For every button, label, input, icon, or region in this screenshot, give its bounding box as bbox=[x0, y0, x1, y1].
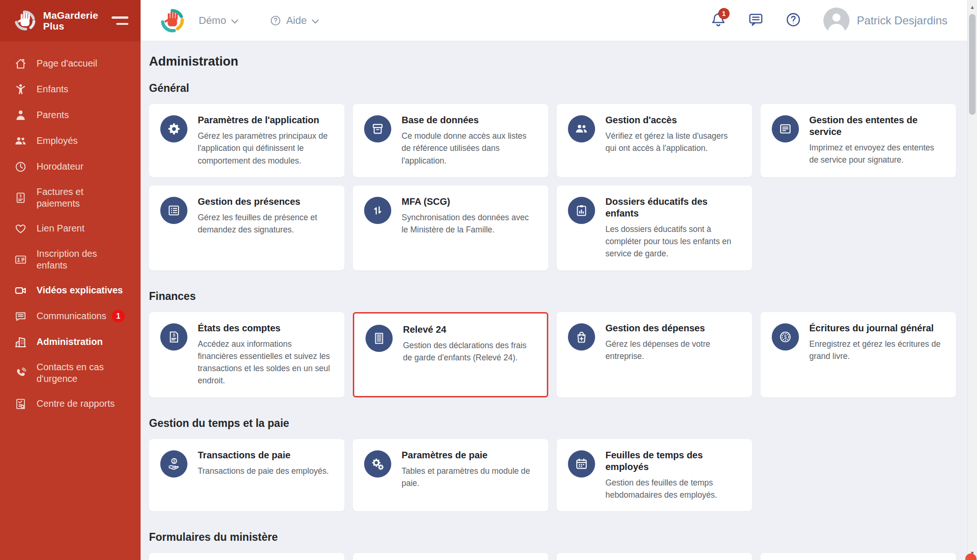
aide-dropdown[interactable]: Aide bbox=[269, 15, 319, 27]
sidebar-item-page-d-accueil[interactable]: Page d'accueil bbox=[0, 51, 141, 76]
menu-toggle-icon[interactable] bbox=[111, 14, 129, 28]
card-etats-des-comptes[interactable]: $États des comptesAccédez aux informatio… bbox=[149, 312, 344, 397]
card-description: Gestion des déclarations des frais de ga… bbox=[403, 339, 536, 364]
sidebar-item-horodateur[interactable]: Horodateur bbox=[0, 154, 141, 179]
calendar-icon bbox=[568, 450, 595, 478]
card-title: Feuilles de temps des employés bbox=[605, 449, 741, 473]
card-insectifuge[interactable]: InsectifugeProtocole pour l'application … bbox=[761, 553, 956, 560]
brand-line2: Plus bbox=[43, 21, 98, 31]
sidebar-item-label: Communications bbox=[37, 310, 106, 322]
card-cremes-solaires-sans-paba[interactable]: Crèmes solaires sans PABAProtocole non r… bbox=[557, 553, 752, 560]
card-description: Les dossiers éducatifs sont à compléter … bbox=[605, 223, 741, 260]
card-gestion-d-acces[interactable]: Gestion d'accèsVérifiez et gérez la list… bbox=[557, 104, 752, 177]
svg-text:$: $ bbox=[173, 333, 176, 337]
card-gestion-des-presences[interactable]: Gestion des présencesGérez les feuilles … bbox=[149, 186, 344, 270]
card-description: Gérez les dépenses de votre entreprise. bbox=[605, 338, 741, 363]
sidebar-item-administration[interactable]: Administration bbox=[0, 329, 141, 355]
messages-button[interactable] bbox=[746, 11, 765, 30]
main-content: Administration GénéralParamètres de l'ap… bbox=[141, 41, 967, 560]
sections-container: GénéralParamètres de l'applicationGérez … bbox=[149, 82, 956, 560]
sidebar-item-label: Parents bbox=[37, 109, 69, 121]
svg-text:$: $ bbox=[20, 193, 22, 198]
sidebar-item-lien-parent[interactable]: Lien Parent bbox=[0, 216, 141, 241]
card-description: Gérez les feuilles de présence et demand… bbox=[198, 211, 333, 236]
document-icon bbox=[772, 115, 799, 142]
sidebar-item-label: Contacts en cas d'urgence bbox=[37, 361, 126, 385]
scroll-up-arrow[interactable]: ▲ bbox=[968, 1, 977, 13]
card-body: Gestion des dépensesGérez les dépenses d… bbox=[605, 322, 741, 363]
question-circle-icon bbox=[785, 11, 802, 28]
sidebar-item-label: Page d'accueil bbox=[37, 58, 97, 69]
avatar[interactable] bbox=[823, 7, 850, 34]
card-creme-d-oxyde-de-zinc[interactable]: Crème d'oxyde de zincProtocole non régle… bbox=[353, 553, 548, 560]
sidebar-item-centre-de-rapports[interactable]: Centre de rapports bbox=[0, 391, 141, 417]
help-button[interactable] bbox=[784, 11, 803, 30]
card-ecritures-du-journal-general[interactable]: $Écritures du journal généralEnregistrez… bbox=[761, 312, 956, 397]
card-dossiers-educatifs-des-enfants[interactable]: Dossiers éducatifs des enfantsLes dossie… bbox=[557, 186, 752, 270]
card-mfa-scg[interactable]: MFA (SCG)Synchronisation des données ave… bbox=[353, 186, 548, 270]
chat-icon bbox=[14, 310, 27, 323]
brand-line1: MaGarderie bbox=[43, 10, 98, 21]
id-card-icon bbox=[14, 253, 27, 266]
sidebar-item-contacts-en-cas-d-urgence[interactable]: Contacts en cas d'urgence bbox=[0, 355, 141, 391]
card-description: Accédez aux informations financières ess… bbox=[198, 338, 333, 387]
card-acetaminophene[interactable]: AcétaminophèneProtocole pour l'administr… bbox=[149, 553, 344, 560]
card-feuilles-de-temps-des-employes[interactable]: Feuilles de temps des employésGestion de… bbox=[557, 439, 752, 512]
scrollbar[interactable]: ▲ ▼ bbox=[967, 0, 977, 560]
scrollbar-thumb[interactable] bbox=[969, 14, 976, 115]
sidebar-item-employes[interactable]: Employés bbox=[0, 128, 141, 154]
section-title: Formulaires du ministère bbox=[149, 531, 956, 544]
sync-icon bbox=[364, 197, 391, 224]
section-title: Gestion du temps et la paie bbox=[149, 417, 956, 430]
card-description: Imprimez et envoyez des ententes de serv… bbox=[809, 142, 945, 166]
brand-hand-logo-icon bbox=[12, 8, 37, 33]
card-body: MFA (SCG)Synchronisation des données ave… bbox=[402, 196, 537, 236]
checklist-icon bbox=[160, 197, 187, 224]
card-gestion-des-ententes-de-service[interactable]: Gestion des ententes de serviceImprimez … bbox=[761, 104, 956, 177]
card-gestion-des-depenses[interactable]: Gestion des dépensesGérez les dépenses d… bbox=[557, 312, 752, 397]
chat-icon bbox=[747, 11, 764, 28]
sidebar-item-videos-explicatives[interactable]: Vidéos explicatives bbox=[0, 277, 141, 303]
card-body: Feuilles de temps des employésGestion de… bbox=[605, 449, 741, 501]
demo-dropdown[interactable]: Démo bbox=[199, 15, 239, 27]
card-title: Relevé 24 bbox=[403, 324, 536, 336]
sidebar-item-parents[interactable]: Parents bbox=[0, 102, 141, 128]
section-gestion-du-temps-et-la-paie: Gestion du temps et la paie$Transactions… bbox=[149, 417, 956, 512]
cards-grid: $Transactions de paieTransactions de pai… bbox=[149, 439, 956, 512]
card-title: Paramètres de paie bbox=[402, 449, 537, 461]
card-parametres-de-l-application[interactable]: Paramètres de l'applicationGérez les par… bbox=[149, 104, 344, 177]
cards-grid: AcétaminophèneProtocole pour l'administr… bbox=[149, 553, 956, 560]
card-body: Paramètres de paieTables et paramètres d… bbox=[402, 449, 537, 490]
clipboard-chart-icon bbox=[568, 197, 595, 224]
section-title: Général bbox=[149, 82, 956, 95]
card-base-de-donnees[interactable]: Base de donnéesCe module donne accès aux… bbox=[353, 104, 548, 177]
clock-icon bbox=[14, 160, 27, 173]
card-title: Gestion d'accès bbox=[605, 114, 741, 126]
card-releve-24[interactable]: Relevé 24Gestion des déclarations des fr… bbox=[353, 312, 548, 397]
section-finances: Finances$États des comptesAccédez aux in… bbox=[149, 290, 956, 397]
card-description: Enregistrez et gérez les écritures de gr… bbox=[809, 338, 945, 363]
sidebar-item-factures-et-paiements[interactable]: $Factures et paiements bbox=[0, 179, 141, 216]
card-body: Base de donnéesCe module donne accès aux… bbox=[402, 114, 537, 167]
brand-name: MaGarderie Plus bbox=[43, 10, 98, 31]
sidebar-item-inscription-des-enfants[interactable]: Inscription des enfants bbox=[0, 241, 141, 277]
user-name[interactable]: Patrick Desjardins bbox=[857, 14, 947, 27]
sidebar-item-label: Employés bbox=[37, 135, 78, 147]
video-icon bbox=[14, 284, 27, 297]
card-transactions-de-paie[interactable]: $Transactions de paieTransactions de pai… bbox=[149, 439, 344, 512]
notifications-button[interactable]: 1 bbox=[709, 11, 728, 30]
heart-icon bbox=[14, 222, 27, 235]
gear-icon bbox=[160, 115, 187, 142]
aide-dropdown-label: Aide bbox=[286, 15, 307, 27]
sidebar-item-enfants[interactable]: Enfants bbox=[0, 76, 141, 102]
hand-dollar-icon: $ bbox=[160, 450, 187, 478]
sidebar-header: MaGarderie Plus bbox=[0, 0, 141, 41]
sidebar-nav: Page d'accueilEnfantsParentsEmployésHoro… bbox=[0, 41, 141, 421]
sidebar-item-communications[interactable]: Communications1 bbox=[0, 303, 141, 329]
sidebar: MaGarderie Plus Page d'accueilEnfantsPar… bbox=[0, 0, 141, 560]
card-parametres-de-paie[interactable]: Paramètres de paieTables et paramètres d… bbox=[353, 439, 548, 512]
card-body: Gestion d'accèsVérifiez et gérez la list… bbox=[605, 114, 741, 155]
card-title: Gestion des ententes de service bbox=[809, 114, 945, 138]
content-column: Démo Aide bbox=[141, 0, 967, 560]
card-description: Tables et paramètres du module de paie. bbox=[402, 465, 537, 490]
